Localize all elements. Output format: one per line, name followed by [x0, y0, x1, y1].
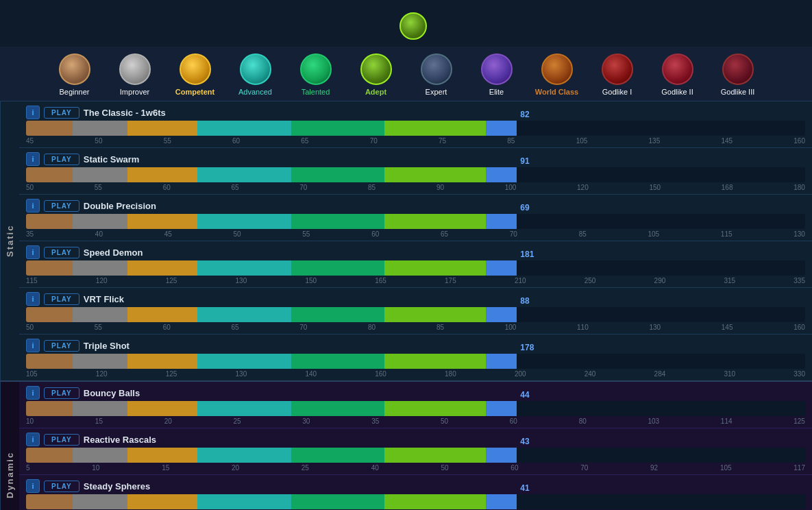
bar-track: 43: [26, 448, 805, 463]
tick-label: 140: [305, 370, 317, 378]
bar-segment-score: [486, 448, 517, 463]
tick-label: 130: [649, 324, 661, 331]
info-button[interactable]: i: [26, 106, 40, 119]
tick-label: 165: [375, 277, 386, 284]
tick-marks: 4550556065707585105135145160: [26, 136, 805, 145]
play-button[interactable]: PLAY: [44, 434, 79, 446]
tick-label: 150: [649, 184, 661, 191]
bar-segment-advanced: [197, 307, 291, 322]
bar-segment-talented: [291, 494, 384, 509]
bar-segment-competent: [127, 214, 197, 229]
bar-segment-talented: [291, 354, 384, 369]
tick-label: 125: [166, 370, 177, 378]
tick-label: 105: [26, 370, 38, 378]
game-name: Speed Demon: [84, 247, 805, 258]
play-button[interactable]: PLAY: [44, 481, 79, 492]
tick-label: 130: [236, 277, 247, 284]
table-row: i PLAY Steady Spheres 411015202530354050…: [19, 475, 812, 510]
bar-segment-score: [486, 494, 517, 509]
bar-track: 82: [26, 121, 805, 136]
bar-segment-advanced: [197, 167, 291, 182]
table-row: i PLAY Triple Shot 178105120125130140160…: [19, 335, 812, 380]
play-button[interactable]: PLAY: [44, 154, 79, 165]
info-button[interactable]: i: [26, 479, 40, 493]
tick-label: 50: [233, 230, 241, 238]
tick-label: 20: [164, 417, 172, 425]
play-button[interactable]: PLAY: [44, 107, 79, 119]
rank-item-competent: Competent: [165, 53, 225, 97]
game-name: Bouncy Balls: [84, 388, 805, 398]
bar-container: 435101520254050607092105117: [19, 448, 812, 472]
tick-label: 110: [577, 324, 589, 331]
bar-track: 178: [26, 354, 805, 369]
rank-icon-advanced: [240, 53, 271, 85]
tick-label: 70: [580, 464, 588, 472]
play-button[interactable]: PLAY: [44, 293, 79, 305]
info-button[interactable]: i: [26, 152, 40, 166]
bar-segment-improver: [73, 214, 127, 229]
tick-label: 45: [164, 230, 172, 238]
bar-segment-improver: [73, 121, 127, 136]
rank-item-beginner: Beginner: [45, 53, 105, 97]
tick-label: 65: [301, 137, 308, 145]
tick-label: 180: [793, 184, 805, 191]
section-dynamic: Dynamic i PLAY Bouncy Balls 441015202530…: [0, 382, 812, 510]
tick-label: 85: [507, 137, 515, 145]
tick-label: 25: [302, 464, 309, 472]
info-button[interactable]: i: [26, 292, 40, 306]
tick-label: 160: [375, 370, 386, 378]
tick-label: 114: [721, 417, 733, 425]
tick-label: 125: [166, 277, 177, 284]
tick-label: 105: [720, 464, 732, 472]
tick-label: 240: [585, 370, 596, 378]
bar-segments: [26, 167, 805, 182]
rank-icon-beginner: [59, 53, 90, 85]
row-name-block: i PLAY Static Swarm: [19, 152, 812, 167]
bar-segment-adept: [384, 448, 486, 463]
bar-segments: [26, 307, 805, 322]
bar-segment-talented: [291, 214, 384, 229]
play-button[interactable]: PLAY: [44, 340, 79, 352]
bar-segment-competent: [127, 401, 197, 416]
game-name: Static Swarm: [84, 154, 805, 165]
tick-label: 120: [577, 184, 589, 191]
bar-segment-score: [486, 401, 517, 416]
tick-label: 115: [721, 230, 733, 238]
score-label: 91: [520, 156, 529, 166]
tick-label: 60: [163, 184, 171, 191]
info-button[interactable]: i: [26, 199, 40, 212]
tick-label: 55: [302, 230, 310, 238]
tick-label: 50: [441, 417, 448, 425]
bar-segment-talented: [291, 307, 384, 322]
bar-segment-competent: [127, 494, 197, 509]
info-button[interactable]: i: [26, 433, 40, 446]
tick-label: 75: [439, 137, 446, 145]
bar-container: 44101520253035506080103114125: [19, 401, 812, 425]
play-button[interactable]: PLAY: [44, 387, 79, 399]
static-rows: i PLAY The Classic - 1w6ts 8245505560657…: [19, 101, 812, 380]
bar-segment-score: [486, 167, 517, 182]
tick-label: 65: [231, 324, 238, 331]
bar-track: 69: [26, 214, 805, 229]
bar-segment-score: [486, 354, 517, 369]
tick-marks: 50556065708085100110130145160: [26, 322, 805, 331]
rank-label-worldclass: World Class: [535, 88, 578, 97]
rank-icon-godlike3: [722, 53, 754, 85]
bar-track: 88: [26, 307, 805, 322]
game-name: Double Precision: [84, 201, 805, 211]
play-button[interactable]: PLAY: [44, 200, 79, 212]
rank-item-advanced: Advanced: [225, 53, 286, 97]
info-button[interactable]: i: [26, 339, 40, 352]
bar-segments: [26, 260, 805, 276]
info-button[interactable]: i: [26, 386, 40, 400]
tick-label: 65: [441, 230, 448, 238]
rank-bar: Beginner Improver Competent Advanced Tal…: [0, 47, 812, 101]
score-label: 88: [520, 296, 529, 306]
bar-segment-beginner: [26, 354, 73, 369]
bar-segment-competent: [127, 354, 197, 369]
tick-label: 120: [96, 370, 108, 378]
info-button[interactable]: i: [26, 245, 40, 259]
play-button[interactable]: PLAY: [44, 247, 79, 258]
rank-label-improver: Improver: [120, 88, 149, 97]
tick-label: 160: [793, 324, 805, 331]
